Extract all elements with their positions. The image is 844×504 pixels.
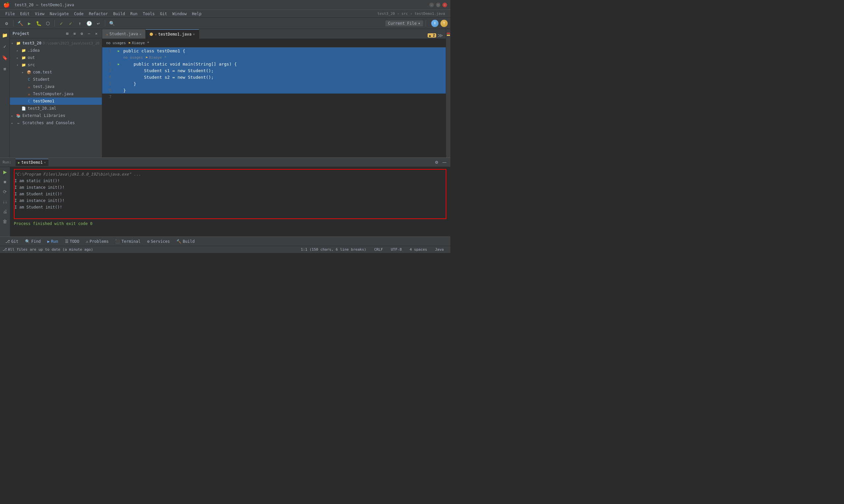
bt-find[interactable]: 🔍 Find [22,238,44,245]
console-line-process: Process finished with exit code 0 [14,220,446,227]
toolbar-search-btn[interactable]: 🔍 [108,19,116,28]
panel-layout-btn[interactable]: ⊞ [64,31,70,37]
modified-indicator [150,33,153,36]
menu-tools[interactable]: Tools [140,11,157,17]
toolbar-git-push-btn[interactable]: ↑ [76,19,84,28]
tab-student-java[interactable]: ☕ Student.java ✕ [102,29,146,38]
strip-bookmark-icon[interactable]: 🔖 [1,54,8,61]
tab-testdemo1-java[interactable]: ☕ testDemo1.java ✕ [146,29,199,38]
tree-item-project[interactable]: ▾ 📁 test3_20 D:\code\2023_java\test3_20 [10,39,102,47]
run-label: Run: [3,160,12,164]
tree-item-test-java[interactable]: ▸ ☕ test.java [10,83,102,90]
code-content: public static void main(String[] args) { [122,61,237,67]
bt-todo[interactable]: ☰ TODO [62,238,82,245]
toolbar-git-rollback-btn[interactable]: ↩ [94,19,102,28]
status-encoding[interactable]: UTF-8 [391,247,401,252]
run-gutter-icon[interactable]: ▶ [118,62,120,66]
java-class-icon: C [27,98,32,104]
menu-git[interactable]: Git [157,11,170,17]
panel-close-btn[interactable]: ✕ [93,31,99,37]
status-cursor[interactable]: 1:1 (150 chars, 6 line breaks) [301,247,366,252]
git-status-icon: ⎇ [3,247,7,252]
current-file-selector[interactable]: Current File ▾ [385,20,423,26]
tree-item-testcomputer[interactable]: ▸ ☕ TestComputer.java [10,90,102,97]
warning-badge[interactable]: ▲ 2 [428,33,436,38]
user-avatar[interactable]: X [431,20,438,27]
run-tab-close-btn[interactable]: ✕ [44,161,46,164]
print-btn[interactable]: 🖨 [1,208,8,215]
bt-build[interactable]: 🔨 Build [174,238,197,245]
console-line-4: I am instance init()! [15,197,446,204]
strip-structure-icon[interactable]: ≡ [1,65,8,72]
panel-minimize-btn[interactable]: — [86,31,92,37]
bt-git[interactable]: ⎇ Git [3,238,21,245]
folder-icon: 📁 [16,40,21,46]
scroll-end-btn[interactable]: ↓↓ [1,198,8,205]
menu-edit[interactable]: Edit [17,11,32,17]
bt-build-label: Build [183,239,194,244]
toolbar-sep-1 [13,20,14,27]
restore-btn[interactable]: ⟳ [1,188,8,195]
editor-tab-bar: ☕ Student.java ✕ ☕ testDemo1.java ✕ ▲ 2 … [102,29,446,39]
menu-build[interactable]: Build [110,11,127,17]
bt-services[interactable]: ⚙ Services [144,238,172,245]
run-gutter-icon[interactable]: ▶ [118,49,120,53]
menu-code[interactable]: Code [71,11,86,17]
clear-btn[interactable]: 🗑 [1,218,8,225]
code-area[interactable]: 1 ▶ public class testDemo1 { no usages ⚑… [102,48,446,158]
bottom-minimize-btn[interactable]: — [441,159,448,166]
tree-item-ext-libs[interactable]: ▸ 📚 External Libraries [10,112,102,119]
bt-git-label: Git [11,239,18,244]
toolbar-git-commit-btn[interactable]: ✓ [67,19,74,28]
menu-bar: File Edit View Navigate Code Refactor Bu… [0,10,450,18]
status-line-ending[interactable]: CRLF [374,247,383,252]
menu-run[interactable]: Run [127,11,140,17]
tree-item-comtest[interactable]: ▸ 📦 com.test [10,69,102,76]
menu-window[interactable]: Window [170,11,189,17]
strip-project-icon[interactable]: 📁 [1,32,8,39]
stop-btn[interactable]: ■ [1,178,8,185]
bottom-settings-btn[interactable]: ⚙ [433,159,440,166]
close-button[interactable]: ✕ [443,3,447,7]
user-avatar-2[interactable]: Y [441,20,448,27]
run-panel: ▶ ■ ⟳ ↓↓ 🖨 🗑 "C:\Program Files\Java\jdk1… [0,167,450,236]
tab-close-btn[interactable]: ✕ [193,32,195,36]
menu-file[interactable]: File [3,11,17,17]
status-indent[interactable]: 4 spaces [410,247,427,252]
tree-item-testdemo1[interactable]: ▸ C testDemo1 [10,97,102,105]
rerun-btn[interactable]: ▶ [1,168,8,176]
toolbar-git-update-btn[interactable]: ✓ [57,19,65,28]
breadcrumb-author: Xiaoye * [132,41,149,45]
bt-terminal[interactable]: ⬛ Terminal [113,238,143,245]
tree-item-idea[interactable]: ▸ 📁 .idea [10,47,102,54]
toolbar-debug-btn[interactable]: 🐛 [35,19,42,28]
menu-refactor[interactable]: Refactor [86,11,110,17]
tree-item-iml[interactable]: ▸ 📄 test3_20.iml [10,105,102,112]
toolbar-git-history-btn[interactable]: 🕐 [85,19,93,28]
panel-sort-btn[interactable]: ≡ [71,31,77,37]
tree-item-src[interactable]: ▾ 📁 src [10,61,102,69]
author-icon: ⚑ [128,41,131,45]
menu-navigate[interactable]: Navigate [47,11,71,17]
minimize-button[interactable]: — [429,3,434,7]
expand-notifications-btn[interactable]: ≫ [437,32,443,38]
tree-item-out[interactable]: ▸ 📁 out [10,54,102,61]
menu-view[interactable]: View [32,11,47,17]
tree-label: test3_20 [22,41,41,46]
menu-help[interactable]: Help [189,11,204,17]
panel-settings-btn[interactable]: ⚙ [79,31,85,37]
toolbar-coverage-btn[interactable]: ⬡ [44,19,52,28]
run-tab-testdemo1[interactable]: ▶ testDemo1 ✕ [16,159,49,166]
status-lang[interactable]: Java [435,247,444,252]
tree-item-student[interactable]: ▸ C Student [10,76,102,83]
bt-run[interactable]: ▶ Run [45,238,61,245]
toolbar-run-btn[interactable]: ▶ [25,19,33,28]
tree-item-scratches[interactable]: ▸ ✏ Scratches and Consoles [10,119,102,126]
toolbar-build-btn[interactable]: 🔨 [16,19,24,28]
maximize-button[interactable]: □ [436,3,441,7]
strip-commit-icon[interactable]: ✓ [1,43,8,50]
console-output[interactable]: "C:\Program Files\Java\jdk1.8.0_192\bin\… [10,167,450,236]
bt-problems[interactable]: ⚠ Problems [83,238,111,245]
tab-close-btn[interactable]: ✕ [139,32,141,36]
toolbar-settings-btn[interactable]: ⚙ [3,19,11,28]
